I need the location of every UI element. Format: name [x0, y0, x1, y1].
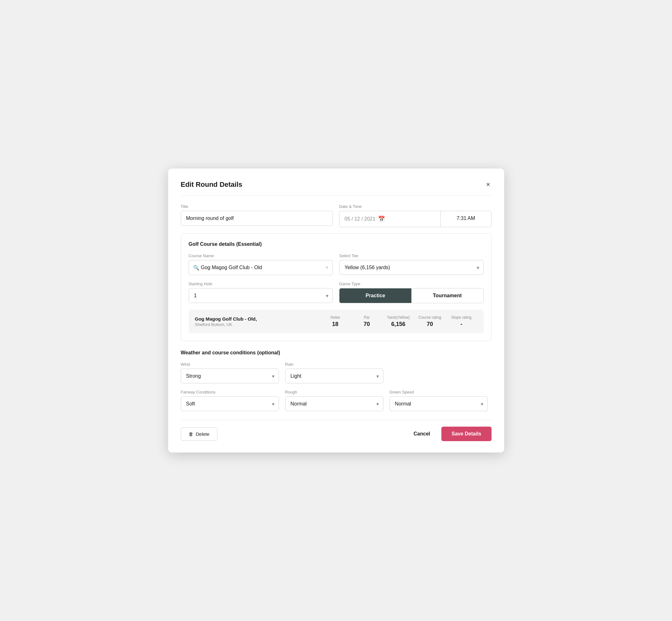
weather-section: Weather and course conditions (optional)…: [181, 350, 492, 411]
game-type-label: Game Type: [339, 282, 484, 286]
rough-dropdown[interactable]: Soft Normal Hard: [285, 396, 383, 411]
course-name-group: Course Name 🔍 ×: [189, 253, 333, 275]
cancel-button[interactable]: Cancel: [409, 427, 435, 441]
yards-stat: Yards(Yellow) 6,156: [383, 315, 414, 328]
slope-rating-stat: Slope rating -: [446, 315, 477, 328]
starting-hole-dropdown[interactable]: 1 2 3: [189, 288, 333, 303]
edit-round-modal: Edit Round Details × Title Date & Time 0…: [168, 168, 504, 453]
delete-button[interactable]: 🗑 Delete: [181, 427, 217, 441]
rain-dropdown[interactable]: None Light Moderate Heavy: [285, 369, 383, 383]
game-type-toggle: Practice Tournament: [339, 288, 484, 303]
fairway-wrap: Soft Normal Hard ▾: [181, 396, 279, 411]
title-field-group: Title: [181, 204, 333, 227]
game-type-group: Game Type Practice Tournament: [339, 282, 484, 303]
course-rating-stat: Course rating 70: [414, 315, 446, 328]
calendar-icon: 📅: [378, 215, 385, 222]
rain-group: Rain None Light Moderate Heavy ▾: [285, 362, 383, 383]
green-speed-dropdown[interactable]: Slow Normal Fast Very Fast: [390, 396, 488, 411]
rain-label: Rain: [285, 362, 383, 367]
save-details-button[interactable]: Save Details: [442, 427, 491, 441]
clear-icon[interactable]: ×: [326, 265, 328, 271]
select-tee-wrap: Yellow (6,156 yards) White Red Blue ▾: [339, 260, 484, 275]
course-info-name-block: Gog Magog Golf Club - Old, Shelford Bott…: [195, 316, 320, 327]
time-field[interactable]: 7:31 AM: [441, 211, 491, 227]
trash-icon: 🗑: [189, 431, 194, 437]
course-tee-row: Course Name 🔍 × Select Tee Yellow (6,156…: [189, 253, 484, 275]
date-field[interactable]: 05 / 12 / 2021 📅: [339, 211, 440, 227]
datetime-label: Date & Time: [339, 204, 492, 209]
select-tee-label: Select Tee: [339, 253, 484, 258]
datetime-field-group: Date & Time 05 / 12 / 2021 📅 7:31 AM: [339, 204, 492, 227]
par-value: 70: [364, 321, 370, 328]
holes-label: Holes: [330, 315, 340, 320]
holes-stat: Holes 18: [320, 315, 351, 328]
slope-rating-value: -: [461, 321, 463, 328]
wind-group: Wind Calm Light Moderate Strong Very Str…: [181, 362, 279, 383]
select-tee-group: Select Tee Yellow (6,156 yards) White Re…: [339, 253, 484, 275]
course-name-display: Gog Magog Golf Club - Old,: [195, 316, 320, 322]
green-speed-group: Green Speed Slow Normal Fast Very Fast ▾: [390, 390, 488, 411]
title-input[interactable]: [181, 211, 333, 226]
modal-title: Edit Round Details: [181, 180, 243, 189]
fairway-label: Fairway Conditions: [181, 390, 279, 395]
wind-label: Wind: [181, 362, 279, 367]
wind-dropdown[interactable]: Calm Light Moderate Strong Very Strong: [181, 369, 279, 383]
modal-footer: 🗑 Delete Cancel Save Details: [181, 420, 492, 441]
date-time-row: 05 / 12 / 2021 📅 7:31 AM: [339, 211, 492, 227]
tournament-toggle-button[interactable]: Tournament: [411, 288, 483, 303]
course-name-label: Course Name: [189, 253, 333, 258]
wind-rain-row: Wind Calm Light Moderate Strong Very Str…: [181, 362, 492, 383]
green-speed-label: Green Speed: [390, 390, 488, 395]
yards-label: Yards(Yellow): [387, 315, 410, 320]
course-name-search-wrap: 🔍 ×: [189, 260, 333, 275]
course-info-box: Gog Magog Golf Club - Old, Shelford Bott…: [189, 309, 484, 333]
starting-hole-group: Starting Hole 1 2 3 ▾: [189, 282, 333, 303]
practice-toggle-button[interactable]: Practice: [339, 288, 411, 303]
close-button[interactable]: ×: [485, 180, 492, 189]
starting-hole-label: Starting Hole: [189, 282, 333, 286]
par-label: Par: [364, 315, 370, 320]
title-datetime-row: Title Date & Time 05 / 12 / 2021 📅 7:31 …: [181, 204, 492, 227]
delete-label: Delete: [196, 431, 209, 437]
modal-header: Edit Round Details ×: [181, 180, 492, 195]
rough-label: Rough: [285, 390, 383, 395]
fairway-group: Fairway Conditions Soft Normal Hard ▾: [181, 390, 279, 411]
course-rating-value: 70: [426, 321, 433, 328]
weather-section-title: Weather and course conditions (optional): [181, 350, 492, 356]
course-name-input[interactable]: [189, 260, 333, 275]
course-location-display: Shelford Bottom, UK: [195, 322, 320, 327]
search-icon: 🔍: [193, 265, 199, 271]
select-tee-dropdown[interactable]: Yellow (6,156 yards) White Red Blue: [339, 260, 484, 275]
hole-gametype-row: Starting Hole 1 2 3 ▾ Game Type Practice…: [189, 282, 484, 303]
fairway-rough-green-row: Fairway Conditions Soft Normal Hard ▾ Ro…: [181, 390, 492, 411]
fairway-dropdown[interactable]: Soft Normal Hard: [181, 396, 279, 411]
wind-wrap: Calm Light Moderate Strong Very Strong ▾: [181, 369, 279, 383]
footer-right: Cancel Save Details: [409, 427, 492, 441]
starting-hole-wrap: 1 2 3 ▾: [189, 288, 333, 303]
rain-wrap: None Light Moderate Heavy ▾: [285, 369, 383, 383]
par-stat: Par 70: [351, 315, 383, 328]
golf-course-section: Golf Course details (Essential) Course N…: [181, 234, 492, 341]
slope-rating-label: Slope rating: [451, 315, 471, 320]
golf-course-title: Golf Course details (Essential): [189, 241, 484, 247]
yards-value: 6,156: [391, 321, 406, 328]
course-rating-label: Course rating: [418, 315, 441, 320]
holes-value: 18: [332, 321, 338, 328]
rough-wrap: Soft Normal Hard ▾: [285, 396, 383, 411]
rough-group: Rough Soft Normal Hard ▾: [285, 390, 383, 411]
title-label: Title: [181, 204, 333, 209]
green-speed-wrap: Slow Normal Fast Very Fast ▾: [390, 396, 488, 411]
date-value: 05 / 12 / 2021: [344, 216, 375, 222]
